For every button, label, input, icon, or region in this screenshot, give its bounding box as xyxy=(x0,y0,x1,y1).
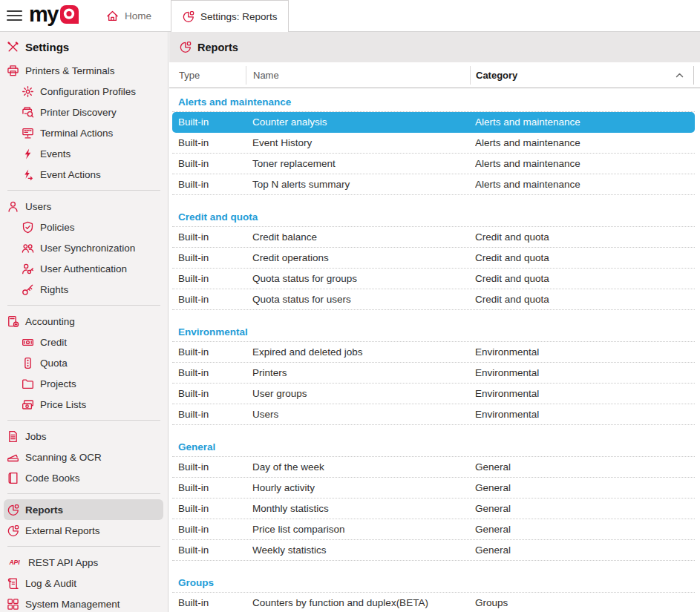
hamburger-menu-icon[interactable] xyxy=(7,10,22,22)
sidebar-divider xyxy=(7,420,160,421)
sidebar-item-terminal-actions[interactable]: Terminal Actions xyxy=(0,122,168,143)
tab-home[interactable]: Home xyxy=(96,0,162,31)
cell-category: Credit and quota xyxy=(475,252,695,263)
cell-category: General xyxy=(475,524,695,535)
cell-name: User groups xyxy=(252,388,475,399)
sidebar-item-label: Credit xyxy=(40,337,67,348)
sidebar-item-label: Configuration Profiles xyxy=(40,86,136,97)
sidebar-item-users[interactable]: Users xyxy=(0,196,168,217)
sidebar-item-accounting[interactable]: Accounting xyxy=(0,311,168,332)
report-row-counters-by-function-and-duplex-beta[interactable]: Built-inCounters by function and duplex(… xyxy=(172,593,695,612)
cell-name: Price list comparison xyxy=(252,524,475,535)
sidebar-item-printer-discovery[interactable]: Printer Discovery xyxy=(0,102,168,122)
cell-category: General xyxy=(475,544,695,556)
sidebar-item-printers-terminals[interactable]: Printers & Terminals xyxy=(0,60,168,81)
banknote-icon xyxy=(22,336,34,349)
tools-icon xyxy=(7,41,19,53)
report-row-counter-analysis[interactable]: Built-inCounter analysisAlerts and maint… xyxy=(172,112,695,133)
column-header-category[interactable]: Category xyxy=(470,66,694,85)
cell-category: Environmental xyxy=(475,346,695,358)
column-header-name[interactable]: Name xyxy=(246,66,470,85)
sidebar-item-quota[interactable]: Quota xyxy=(0,352,168,373)
sidebar-divider xyxy=(7,190,160,191)
report-row-hourly-activity[interactable]: Built-inHourly activityGeneral xyxy=(172,478,695,499)
main-content: Reports Type Name Category Alerts and ma… xyxy=(169,32,700,612)
report-row-printers[interactable]: Built-inPrintersEnvironmental xyxy=(172,363,695,384)
pie-chart-icon xyxy=(7,524,19,537)
column-header-type[interactable]: Type xyxy=(169,66,246,85)
logo-q-icon xyxy=(59,4,79,27)
sidebar-divider xyxy=(7,546,160,547)
sidebar-item-log-audit[interactable]: Log & Audit xyxy=(0,573,168,593)
sidebar-item-event-actions[interactable]: Event Actions xyxy=(0,164,168,185)
users-icon xyxy=(22,242,34,254)
user-icon xyxy=(7,200,19,213)
printer-search-icon xyxy=(22,106,34,119)
sidebar-item-price-lists[interactable]: Price Lists xyxy=(0,394,168,415)
report-row-expired-and-deleted-jobs[interactable]: Built-inExpired and deleted jobsEnvironm… xyxy=(172,342,695,363)
report-row-price-list-comparison[interactable]: Built-inPrice list comparisonGeneral xyxy=(172,519,695,540)
sidebar-item-label: REST API Apps xyxy=(28,557,98,568)
sidebar-item-label: Accounting xyxy=(25,316,75,327)
book-icon xyxy=(7,472,19,484)
table-header: Type Name Category xyxy=(169,62,700,88)
user-key-icon xyxy=(22,263,34,275)
report-row-weekly-statistics[interactable]: Built-inWeekly statisticsGeneral xyxy=(172,540,695,561)
terminal-icon xyxy=(22,127,34,139)
report-row-top-n-alerts-summary[interactable]: Built-inTop N alerts summaryAlerts and m… xyxy=(172,174,695,195)
sidebar-item-scanning-ocr[interactable]: Scanning & OCR xyxy=(0,447,168,467)
report-row-toner-replacement[interactable]: Built-inToner replacementAlerts and main… xyxy=(172,154,695,174)
report-row-user-groups[interactable]: Built-inUser groupsEnvironmental xyxy=(172,384,695,404)
report-row-monthly-statistics[interactable]: Built-inMonthly statisticsGeneral xyxy=(172,499,695,519)
sidebar-divider xyxy=(7,493,160,494)
sidebar-item-jobs[interactable]: Jobs xyxy=(0,426,168,447)
home-icon xyxy=(106,10,119,22)
report-row-day-of-the-week[interactable]: Built-inDay of the weekGeneral xyxy=(172,457,695,478)
sidebar-item-user-synchronization[interactable]: User Synchronization xyxy=(0,237,168,258)
sidebar-item-projects[interactable]: Projects xyxy=(0,373,168,394)
sidebar-item-label: Users xyxy=(25,201,51,212)
sidebar-item-system-management[interactable]: System Management xyxy=(0,593,168,612)
page-title: Reports xyxy=(197,42,238,53)
lightning-arrow-icon xyxy=(22,168,34,181)
sidebar-item-code-books[interactable]: Code Books xyxy=(0,467,168,488)
sidebar-item-external-reports[interactable]: External Reports xyxy=(0,520,168,541)
sidebar-divider xyxy=(7,305,160,306)
sidebar-item-user-authentication[interactable]: User Authentication xyxy=(0,258,168,279)
sidebar-item-credit[interactable]: Credit xyxy=(0,332,168,352)
logo-text: my xyxy=(29,4,58,25)
printer-icon xyxy=(7,65,19,77)
scroll-icon xyxy=(7,577,19,590)
cell-name: Toner replacement xyxy=(252,158,475,169)
cell-name: Weekly statistics xyxy=(252,544,475,556)
cell-name: Expired and deleted jobs xyxy=(252,346,475,358)
cell-type: Built-in xyxy=(172,346,252,358)
report-row-users[interactable]: Built-inUsersEnvironmental xyxy=(172,404,695,425)
sidebar-item-reports[interactable]: Reports xyxy=(4,499,163,520)
sidebar-item-events[interactable]: Events xyxy=(0,143,168,164)
sidebar-item-label: User Authentication xyxy=(40,263,127,274)
sidebar-item-label: External Reports xyxy=(25,525,100,536)
report-row-quota-status-for-users[interactable]: Built-inQuota status for usersCredit and… xyxy=(172,289,695,310)
sidebar-item-policies[interactable]: Policies xyxy=(0,217,168,237)
cell-type: Built-in xyxy=(172,231,252,243)
shield-check-icon xyxy=(22,221,34,234)
sidebar-item-rest-api-apps[interactable]: APIREST API Apps xyxy=(0,552,168,573)
cell-category: General xyxy=(475,461,695,473)
sidebar-item-rights[interactable]: Rights xyxy=(0,279,168,300)
cell-type: Built-in xyxy=(172,461,252,473)
sidebar-item-label: Terminal Actions xyxy=(40,128,113,139)
sidebar-item-label: Rights xyxy=(40,284,68,295)
sidebar-nav: Printers & TerminalsConfiguration Profil… xyxy=(0,60,168,612)
folder-icon xyxy=(22,378,34,390)
cell-name: Printers xyxy=(252,367,475,378)
report-row-credit-operations[interactable]: Built-inCredit operationsCredit and quot… xyxy=(172,248,695,269)
report-row-credit-balance[interactable]: Built-inCredit balanceCredit and quota xyxy=(172,227,695,248)
report-row-event-history[interactable]: Built-inEvent HistoryAlerts and maintena… xyxy=(172,133,695,154)
report-row-quota-status-for-groups[interactable]: Built-inQuota status for groupsCredit an… xyxy=(172,269,695,289)
sidebar-item-configuration-profiles[interactable]: Configuration Profiles xyxy=(0,81,168,102)
pie-chart-icon xyxy=(182,10,194,23)
cell-category: Alerts and maintenance xyxy=(475,116,695,128)
cell-name: Event History xyxy=(252,137,475,148)
tab-settings-reports[interactable]: Settings: Reports xyxy=(171,0,289,32)
